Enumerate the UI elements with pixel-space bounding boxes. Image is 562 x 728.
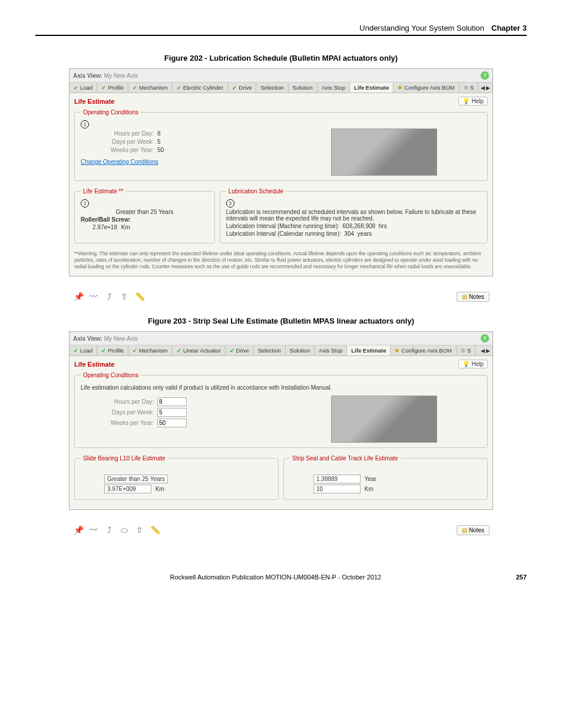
tab-profile[interactable]: ✔Profile bbox=[97, 83, 128, 93]
panel-body: Life Estimate 💡Help Operating Conditions… bbox=[70, 356, 492, 509]
panel-title: Life Estimate bbox=[74, 98, 114, 105]
tab-mechanism[interactable]: ✔Mechanism bbox=[128, 83, 173, 93]
page-header: Understanding Your System Solution Chapt… bbox=[35, 24, 527, 36]
axis-view-label: Axis View: bbox=[73, 73, 103, 79]
tab-scroll-right-icon[interactable]: ▶ bbox=[486, 348, 490, 354]
weeks-per-year-input[interactable] bbox=[157, 419, 187, 427]
bulb-icon: 💡 bbox=[462, 361, 470, 367]
tab-scroll: ◀ ▶ bbox=[478, 83, 492, 93]
tool-icons: 📌 〰 ⤴ ⬭ ⇧ 📏 bbox=[72, 524, 161, 536]
hours-per-day-input[interactable] bbox=[157, 397, 187, 406]
machine-interval-value: 608,268,908 bbox=[343, 223, 376, 229]
axis-view-row: Axis View: My New Axis ? bbox=[70, 332, 492, 345]
pushpin-icon[interactable]: 📌 bbox=[72, 291, 84, 302]
tab-mechanism[interactable]: ✔Mechanism bbox=[128, 345, 173, 355]
calendar-interval-label: Lubrication Interval (Calendar running t… bbox=[226, 230, 341, 237]
tab-axis-stop[interactable]: Axis Stop bbox=[318, 83, 350, 93]
tab-configure-bom[interactable]: ✱Configure Axis BOM bbox=[391, 345, 457, 355]
slide-bearing-fieldset: Slide Bearing L10 Life Estimate Greater … bbox=[74, 455, 279, 500]
tab-extra[interactable]: ⚙S bbox=[457, 345, 475, 355]
bulb-icon: 💡 bbox=[462, 98, 470, 104]
roller-ball-screw-label: Roller/Ball Screw: bbox=[81, 216, 131, 223]
tab-scroll: ◀ ▶ bbox=[478, 345, 492, 355]
help-button[interactable]: 💡Help bbox=[458, 360, 488, 368]
tab-load[interactable]: ✔Load bbox=[70, 83, 97, 93]
check-icon: ✔ bbox=[133, 85, 137, 91]
tab-life-estimate[interactable]: Life Estimate bbox=[350, 83, 394, 93]
check-icon: ✔ bbox=[133, 348, 137, 354]
upload-icon[interactable]: ⇧ bbox=[118, 291, 130, 302]
tab-electric-cylinder[interactable]: ✔Electric Cylinder bbox=[173, 83, 229, 93]
tab-life-estimate[interactable]: Life Estimate bbox=[347, 345, 391, 355]
panel-body: Life Estimate 💡Help Operating Conditions… bbox=[70, 93, 492, 276]
gear-icon: ⚙ bbox=[464, 85, 468, 91]
page-footer: Rockwell Automation Publication MOTION-U… bbox=[35, 550, 527, 581]
strip-seal-legend: Strip Seal and Cable Track Life Estimate bbox=[290, 455, 401, 462]
tab-load[interactable]: ✔Load bbox=[70, 345, 97, 355]
days-per-week-value: 5 bbox=[157, 139, 175, 145]
tab-extra[interactable]: ⚙S bbox=[459, 83, 478, 93]
tool-icons: 📌 〰 ⤴ ⇧ 📏 bbox=[72, 291, 146, 302]
check-icon: ✔ bbox=[74, 85, 78, 91]
days-per-week-input[interactable] bbox=[157, 408, 187, 417]
help-icon[interactable]: ? bbox=[481, 71, 489, 80]
axis-name: My New Axis bbox=[104, 73, 138, 79]
life-estimate-value: 2.97e+18 bbox=[92, 224, 117, 230]
page-number: 257 bbox=[516, 574, 527, 581]
tab-linear-actuator[interactable]: ✔Linear Actuator bbox=[173, 345, 226, 355]
tab-scroll-right-icon[interactable]: ▶ bbox=[486, 85, 490, 91]
star-icon: ✱ bbox=[395, 348, 399, 354]
tab-selection[interactable]: Selection bbox=[254, 345, 286, 355]
tab-scroll-left-icon[interactable]: ◀ bbox=[481, 85, 485, 91]
weeks-per-year-label: Weeks per Year: bbox=[81, 420, 157, 426]
calendar-interval-unit: years bbox=[358, 230, 372, 237]
tab-drive[interactable]: ✔Drive bbox=[226, 345, 254, 355]
curve-icon[interactable]: 〰 bbox=[88, 291, 100, 302]
note-icon: ▤ bbox=[462, 527, 467, 533]
weeks-per-year-value: 50 bbox=[157, 147, 175, 153]
warning-text: **Warning: The estimate can only represe… bbox=[74, 251, 488, 270]
pushpin-icon[interactable]: 📌 bbox=[72, 524, 84, 536]
axis-view-row: Axis View: My New Axis ? bbox=[70, 69, 492, 83]
tab-configure-bom[interactable]: ✱Configure Axis BOM bbox=[394, 83, 459, 93]
ruler-icon[interactable]: 📏 bbox=[134, 291, 146, 302]
axis-view-label: Axis View: bbox=[73, 335, 103, 342]
tab-solution[interactable]: Solution bbox=[286, 345, 315, 355]
app-window-202: Axis View: My New Axis ? ✔Load ✔Profile … bbox=[69, 68, 493, 276]
check-icon: ✔ bbox=[74, 348, 78, 354]
change-operating-conditions-link[interactable]: Change Operating Conditions bbox=[81, 159, 158, 165]
slide-bearing-years: Greater than 25 Years bbox=[104, 475, 168, 483]
upload-icon[interactable]: ⇧ bbox=[134, 524, 146, 536]
figure-202-title: Figure 202 - Lubrication Schedule (Bulle… bbox=[35, 54, 527, 62]
help-icon[interactable]: ? bbox=[481, 334, 489, 342]
strip-seal-fieldset: Strip Seal and Cable Track Life Estimate… bbox=[283, 455, 488, 500]
tab-scroll-left-icon[interactable]: ◀ bbox=[481, 348, 485, 354]
notes-button[interactable]: ▤Notes bbox=[457, 292, 490, 302]
curve-icon[interactable]: 〰 bbox=[88, 524, 100, 536]
slide-bearing-legend: Slide Bearing L10 Life Estimate bbox=[81, 455, 168, 462]
actuator-icon[interactable]: ⬭ bbox=[118, 524, 130, 536]
callout-2: 2 bbox=[81, 199, 89, 207]
tab-selection[interactable]: Selection bbox=[256, 83, 288, 93]
lubrication-schedule-fieldset: Lubrication Schedule 3 Lubrication is re… bbox=[220, 188, 488, 243]
tab-drive[interactable]: ✔Drive bbox=[228, 83, 256, 93]
ruler-icon[interactable]: 📏 bbox=[149, 524, 161, 536]
operating-conditions-legend: Operating Conditions bbox=[81, 109, 141, 116]
notes-button[interactable]: ▤Notes bbox=[457, 525, 490, 535]
check-icon: ✔ bbox=[177, 85, 181, 91]
days-per-week-label: Days per Week: bbox=[81, 139, 157, 145]
strip-seal-year-unit: Year bbox=[365, 476, 376, 482]
tab-profile[interactable]: ✔Profile bbox=[97, 345, 128, 355]
header-section: Understanding Your System Solution bbox=[359, 24, 484, 32]
tab-solution[interactable]: Solution bbox=[289, 83, 318, 93]
header-chapter: Chapter 3 bbox=[491, 24, 527, 32]
lubrication-note: Lubrication is recommended at scheduled … bbox=[226, 209, 481, 222]
export-icon[interactable]: ⤴ bbox=[103, 524, 115, 536]
gt25-text: Greater than 25 Years bbox=[81, 209, 209, 215]
export-icon[interactable]: ⤴ bbox=[103, 291, 115, 302]
check-icon: ✔ bbox=[177, 348, 181, 354]
check-icon: ✔ bbox=[232, 85, 237, 91]
life-estimate-legend: Life Estimate ** bbox=[81, 188, 125, 195]
tab-axis-stop[interactable]: Axis Stop bbox=[315, 345, 347, 355]
help-button[interactable]: 💡Help bbox=[458, 97, 488, 106]
